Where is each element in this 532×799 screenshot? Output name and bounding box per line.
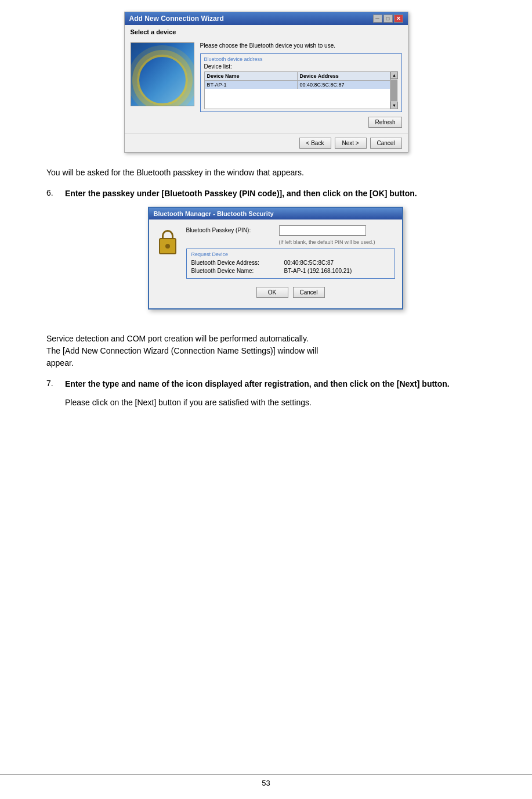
passkey-hint: (If left blank, the default PIN will be … — [279, 239, 395, 245]
device-name-cell: BT-AP-1 — [205, 81, 298, 89]
step-7-number: 7. — [46, 379, 58, 409]
scroll-thumb[interactable] — [391, 80, 397, 101]
step-7-normal: Please click on the [Next] button if you… — [65, 397, 486, 409]
security-cancel-button[interactable]: Cancel — [293, 287, 325, 298]
maximize-button[interactable]: □ — [383, 15, 393, 23]
col-device-address-header: Device Address — [298, 72, 390, 80]
step-7-bold: Enter the type and name of the icon disp… — [65, 379, 486, 390]
step-6-content: Enter the passkey under [Bluetooth Passk… — [65, 188, 486, 323]
paragraph-2: Service detection and COM port creation … — [46, 333, 486, 369]
wizard-body: Please choose the Bluetooth device you w… — [125, 38, 408, 134]
back-button[interactable]: < Back — [299, 138, 331, 149]
step-7: 7. Enter the type and name of the icon d… — [46, 379, 486, 409]
security-body: Bluetooth Passkey (PIN): (If left blank,… — [149, 219, 402, 308]
scroll-up-arrow[interactable]: ▲ — [390, 71, 398, 79]
paragraph-1: You will be asked for the Bluetooth pass… — [46, 167, 486, 179]
passkey-label: Bluetooth Passkey (PIN): — [186, 227, 279, 233]
request-device-label: Request Device — [191, 251, 390, 257]
page-footer: 53 — [0, 775, 532, 787]
wizard-dialog-container: Add New Connection Wizard ─ □ ✕ Select a… — [46, 12, 486, 153]
security-dialog: Bluetooth Manager - Bluetooth Security — [148, 207, 403, 309]
refresh-button[interactable]: Refresh — [368, 117, 401, 128]
device-address-label: Bluetooth device address — [204, 56, 398, 62]
wizard-titlebar: Add New Connection Wizard ─ □ ✕ — [125, 12, 408, 25]
minimize-button[interactable]: ─ — [373, 15, 382, 23]
security-dialog-container: Bluetooth Manager - Bluetooth Security — [65, 207, 486, 309]
device-list-label: Device list: — [204, 63, 398, 70]
step-6-number: 6. — [46, 188, 58, 323]
bt-name-key: Bluetooth Device Name: — [191, 268, 284, 274]
security-fields: Bluetooth Passkey (PIN): (If left blank,… — [186, 225, 395, 303]
wizard-footer: < Back Next > Cancel — [125, 134, 408, 152]
wizard-title: Add New Connection Wizard — [129, 15, 224, 23]
bt-address-key: Bluetooth Device Address: — [191, 260, 284, 266]
device-table-wrapper: Device Name Device Address BT-AP-1 00:40… — [204, 71, 390, 109]
step-6: 6. Enter the passkey under [Bluetooth Pa… — [46, 188, 486, 323]
page-number: 53 — [262, 779, 270, 787]
cancel-button[interactable]: Cancel — [370, 138, 402, 149]
scroll-down-arrow[interactable]: ▼ — [390, 102, 398, 109]
vertical-scrollbar[interactable]: ▲ ▼ — [390, 71, 398, 109]
device-table: Device Name Device Address BT-AP-1 00:40… — [204, 71, 390, 109]
wizard-dialog: Add New Connection Wizard ─ □ ✕ Select a… — [124, 12, 408, 153]
device-address-cell: 00:40:8C:5C:8C:87 — [298, 81, 390, 89]
device-address-group: Bluetooth device address Device list: De… — [200, 53, 402, 112]
request-device-group: Request Device Bluetooth Device Address:… — [186, 249, 395, 279]
wizard-right-panel: Please choose the Bluetooth device you w… — [200, 42, 402, 129]
step-7-content: Enter the type and name of the icon disp… — [65, 379, 486, 409]
next-button[interactable]: Next > — [335, 138, 367, 149]
para-2-line2: The [Add New Connection Wizard (Connecti… — [46, 346, 318, 355]
bt-address-value: 00:40:8C:5C:8C:87 — [284, 260, 334, 266]
page-content: Add New Connection Wizard ─ □ ✕ Select a… — [0, 0, 532, 453]
device-table-container: Device Name Device Address BT-AP-1 00:40… — [204, 71, 398, 109]
table-row[interactable]: BT-AP-1 00:40:8C:5C:8C:87 — [205, 81, 390, 89]
titlebar-buttons: ─ □ ✕ — [373, 15, 403, 23]
bt-address-row: Bluetooth Device Address: 00:40:8C:5C:8C… — [191, 260, 390, 266]
para-2-line3: appear. — [46, 358, 74, 368]
wizard-instruction: Please choose the Bluetooth device you w… — [200, 42, 402, 49]
col-device-name-header: Device Name — [205, 72, 298, 80]
close-button[interactable]: ✕ — [394, 15, 403, 23]
wizard-illustration — [131, 42, 194, 106]
wizard-subtitle: Select a device — [125, 25, 408, 38]
refresh-row: Refresh — [200, 114, 402, 129]
device-table-header: Device Name Device Address — [205, 72, 390, 81]
passkey-field-row: Bluetooth Passkey (PIN): — [186, 225, 395, 236]
step-6-bold: Enter the passkey under [Bluetooth Passk… — [65, 188, 486, 200]
bt-name-row: Bluetooth Device Name: BT-AP-1 (192.168.… — [191, 268, 390, 274]
security-ok-button[interactable]: OK — [256, 287, 288, 298]
passkey-input[interactable] — [279, 225, 366, 236]
security-footer: OK Cancel — [186, 282, 395, 303]
security-titlebar: Bluetooth Manager - Bluetooth Security — [149, 208, 402, 219]
bt-name-value: BT-AP-1 (192.168.100.21) — [284, 268, 352, 274]
para-2-line1: Service detection and COM port creation … — [46, 334, 309, 343]
security-icon — [156, 225, 179, 249]
